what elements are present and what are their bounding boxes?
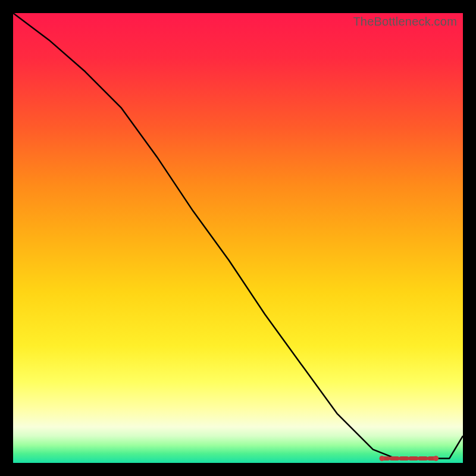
- plot-area: TheBottleneck.com: [13, 13, 463, 463]
- highlight-endpoint: [434, 456, 439, 461]
- marker-group: [380, 456, 439, 461]
- bottleneck-curve: [13, 13, 463, 458]
- line-layer: [13, 13, 463, 463]
- chart-container: TheBottleneck.com: [0, 0, 476, 476]
- watermark-text: TheBottleneck.com: [353, 15, 457, 29]
- highlight-endpoint: [380, 456, 384, 461]
